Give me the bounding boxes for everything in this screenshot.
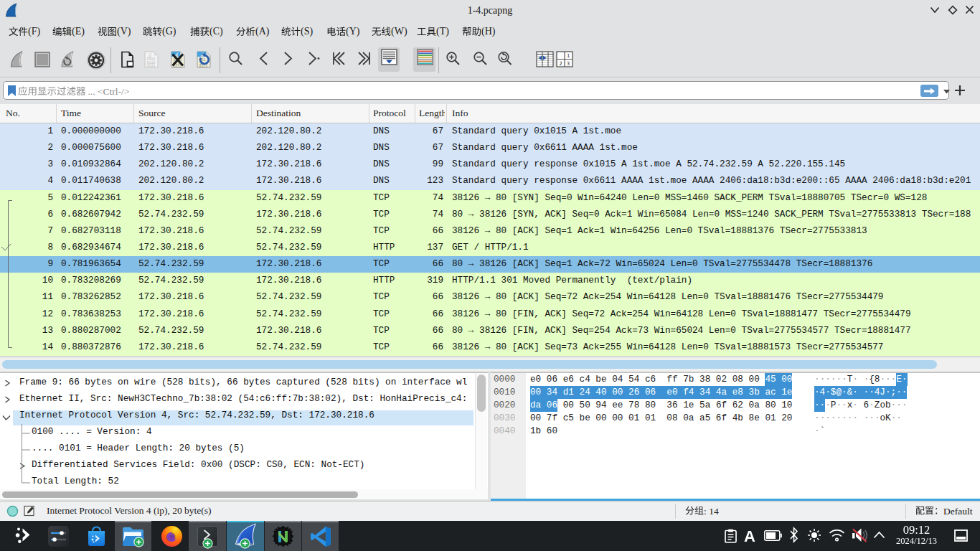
svg-text:0111: 0111 [147, 64, 156, 68]
svg-text:3: 3 [567, 61, 570, 67]
svg-text:0111: 0111 [199, 65, 208, 69]
svg-text:1: 1 [567, 53, 570, 59]
svg-text:2: 2 [560, 61, 562, 67]
